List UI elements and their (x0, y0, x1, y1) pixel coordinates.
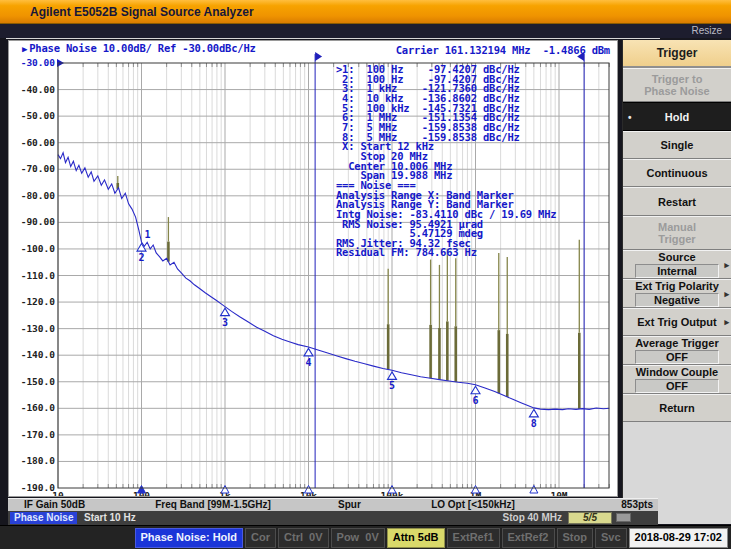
svg-text:-100.0: -100.0 (21, 243, 56, 254)
softkey-hold[interactable]: Hold• (623, 102, 731, 131)
softkey-single[interactable]: Single (623, 131, 731, 159)
softkey-menu-title: Trigger (623, 40, 731, 68)
svg-text:5: 5 (389, 380, 395, 391)
svg-text:-120.0: -120.0 (21, 296, 56, 307)
panel-top-divider (6, 38, 660, 39)
softkey-label: Average Trigger (623, 337, 731, 349)
svg-text:-60.00: -60.00 (21, 137, 56, 148)
svg-text:1: 1 (145, 229, 151, 240)
carrier-power: -1.4866 dBm (543, 44, 610, 56)
softkey-trigger-to-phase-noise: Trigger to Phase Noise (623, 68, 731, 102)
status-phase-noise-hold: Phase Noise: Hold (135, 528, 244, 548)
selected-bullet-icon: • (628, 111, 632, 122)
status-pow-0v: Pow 0V (331, 528, 385, 548)
sweep-progress-box (616, 513, 631, 522)
svg-text:-110.0: -110.0 (21, 270, 56, 281)
svg-text:-30.00: -30.00 (21, 57, 56, 68)
sweep-start-label: Start 10 Hz (84, 512, 136, 524)
band-marker-start-flag (315, 52, 322, 61)
softkey-ext-trig-output[interactable]: Ext Trig Output▸ (623, 308, 731, 336)
softkey-value: OFF (635, 350, 719, 364)
softkey-label: Trigger to Phase Noise (623, 73, 731, 97)
softkey-value: Negative (635, 293, 719, 307)
softkey-menu: Trigger Trigger to Phase NoiseHold•Singl… (622, 40, 731, 524)
annunciator-bar: Phase Noise: HoldCorCtrl 0VPow 0VAttn 5d… (0, 525, 731, 549)
softkey-label: Ext Trig Polarity (623, 280, 731, 292)
submenu-arrow-icon: ▸ (724, 289, 729, 299)
softkey-ext-trig-polarity[interactable]: Ext Trig PolarityNegative▸ (623, 279, 731, 308)
softkey-value: Internal (635, 264, 719, 278)
sweep-stop-label: Stop 40 MHz (503, 512, 562, 524)
svg-text:-40.00: -40.00 (21, 84, 56, 95)
softkey-source[interactable]: SourceInternal▸ (623, 250, 731, 279)
softkey-label: Single (623, 139, 731, 151)
svg-text:-150.0: -150.0 (21, 376, 56, 387)
svg-text:-130.0: -130.0 (21, 323, 56, 334)
softkey-label: Manual Trigger (623, 221, 731, 245)
points-field: 853pts (621, 499, 653, 511)
status-datetime: 2018-08-29 17:02 (629, 528, 728, 548)
trace-scale-header: ▶Phase Noise 10.00dB/ Ref -30.00dBc/Hz (22, 42, 256, 54)
carrier-frequency: Carrier 161.132194 MHz (396, 44, 531, 56)
spur-field[interactable]: Spur (338, 499, 361, 511)
status-svc: Svc (595, 528, 627, 548)
svg-text:3: 3 (222, 317, 228, 328)
status-extref2: ExtRef2 (502, 528, 555, 548)
softkey-value: OFF (635, 379, 719, 393)
status-cor: Cor (245, 528, 276, 548)
softkey-label: Window Couple (623, 366, 731, 378)
svg-text:-80.00: -80.00 (21, 190, 56, 201)
softkey-label: Restart (623, 196, 731, 208)
submenu-arrow-icon: ▸ (724, 260, 729, 270)
softkey-label: Return (623, 402, 731, 414)
softkey-restart[interactable]: Restart (623, 187, 731, 216)
softkey-return[interactable]: Return (623, 394, 731, 422)
svg-text:4: 4 (305, 357, 311, 368)
trace-marker-icon: ▶ (22, 44, 27, 54)
status-extref1: ExtRef1 (447, 528, 500, 548)
svg-text:6: 6 (472, 395, 478, 406)
softkey-label: Ext Trig Output (623, 316, 731, 328)
svg-text:-50.00: -50.00 (21, 110, 56, 121)
window-title: Agilent E5052B Signal Source Analyzer (0, 0, 731, 24)
status-ctrl-0v: Ctrl 0V (278, 528, 329, 548)
softkey-average-trigger[interactable]: Average TriggerOFF (623, 336, 731, 365)
axis-marker-triangles (138, 486, 538, 494)
svg-text:-70.00: -70.00 (21, 163, 56, 174)
marker-6: 6 (471, 386, 480, 406)
marker-1: 1 (145, 229, 151, 240)
measurement-status-bar: IF Gain 50dB Freq Band [99M-1.5GHz] Spur… (8, 498, 658, 511)
if-gain-field[interactable]: IF Gain 50dB (24, 499, 85, 511)
carrier-readout: Carrier 161.132194 MHz -1.4866 dBm (396, 44, 610, 56)
status-attn-5db: Attn 5dB (387, 528, 445, 548)
marker-3: 3 (221, 308, 230, 328)
svg-text:2: 2 (138, 252, 144, 263)
softkey-continuous[interactable]: Continuous (623, 159, 731, 187)
svg-text:10M: 10M (550, 490, 567, 497)
softkey-label: Source (623, 251, 731, 263)
lo-opt-field[interactable]: LO Opt [<150kHz] (408, 499, 538, 511)
average-count-badge: 5/5 (568, 512, 612, 524)
status-stop: Stop (557, 528, 593, 548)
submenu-arrow-icon: ▸ (724, 317, 729, 327)
svg-text:-90.00: -90.00 (21, 216, 56, 227)
softkey-window-couple[interactable]: Window CoupleOFF (623, 365, 731, 394)
freq-band-field[interactable]: Freq Band [99M-1.5GHz] (128, 499, 298, 511)
softkey-manual-trigger: Manual Trigger (623, 216, 731, 250)
plot-panel: 101001k10k100k1M10M-30.00-40.00-50.00-60… (8, 40, 618, 497)
softkey-label: Continuous (623, 167, 731, 179)
resize-button[interactable]: Resize (691, 25, 722, 36)
svg-text:-170.0: -170.0 (21, 429, 56, 440)
svg-text:-160.0: -160.0 (21, 402, 56, 413)
softkey-label: Hold (623, 111, 731, 123)
svg-text:-190.0: -190.0 (21, 482, 56, 493)
sweep-status-bar: Phase Noise Start 10 Hz Stop 40 MHz 5/5 (8, 511, 658, 525)
svg-text:-140.0: -140.0 (21, 349, 56, 360)
marker-4: 4 (304, 348, 313, 368)
svg-text:-180.0: -180.0 (21, 455, 56, 466)
svg-text:8: 8 (531, 418, 537, 429)
marker-8: 8 (529, 409, 538, 429)
marker-readout: >1: 100 Hz -97.4207 dBc/Hz 2: 100 Hz -97… (336, 65, 556, 258)
channel-badge: Phase Noise (10, 512, 77, 524)
